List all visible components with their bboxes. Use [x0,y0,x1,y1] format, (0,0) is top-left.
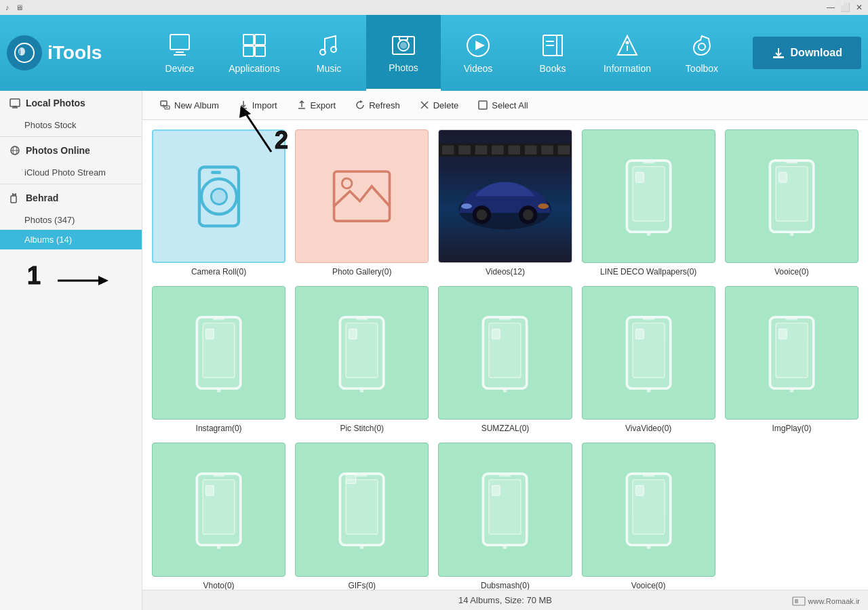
svg-rect-119 [635,486,644,496]
download-button[interactable]: Download [753,37,861,69]
svg-rect-108 [356,475,368,477]
svg-rect-25 [10,99,20,106]
sidebar-photos-stock[interactable]: Photos Stock [0,115,142,135]
album-thumb-photo-gallery [295,129,429,263]
album-label-camera-roll: Camera Roll(0) [191,267,246,277]
sidebar-photos-347[interactable]: Photos (347) [0,210,142,230]
export-button[interactable]: Export [288,96,344,114]
svg-rect-93 [642,319,654,321]
svg-point-60 [477,209,488,220]
sidebar-behrad[interactable]: Behrad [0,186,142,210]
nav-videos[interactable]: Videos [441,15,515,91]
album-thumb-vooice-1 [725,129,859,263]
album-label-sumzzal: SUMZZAL(0) [481,424,530,433]
album-instagram[interactable]: Instagram(0) [152,286,285,433]
maximize-btn[interactable]: ⬜ [840,3,850,12]
svg-rect-42 [479,101,487,109]
refresh-label: Refresh [369,100,400,110]
album-thumb-vooice-2 [582,443,715,576]
album-vivavideo[interactable]: VivaVideo(0) [582,286,715,433]
albums-area: Camera Roll(0) Photo Gallery(0) [142,120,868,590]
sidebar-local-photos[interactable]: Local Photos [0,91,142,115]
nav-toolbox[interactable]: Toolbox [665,15,739,91]
svg-rect-104 [206,486,214,496]
nav-device[interactable]: Device [142,15,217,91]
album-vooice-1[interactable]: Vooice(0) [725,129,859,277]
album-thumb-imgplay [725,286,859,420]
nav-information-label: Information [604,63,651,74]
album-sumzzal[interactable]: SUMZZAL(0) [438,286,572,433]
svg-point-77 [217,388,221,392]
svg-rect-73 [786,161,798,163]
svg-point-62 [523,209,534,220]
album-pic-stitch[interactable]: Pic Stitch(0) [295,286,429,433]
sidebar-albums-14[interactable]: Albums (14) [0,230,142,249]
svg-point-112 [503,546,507,550]
svg-rect-83 [356,319,368,321]
album-vhoto[interactable]: Vhoto(0) [152,443,285,590]
svg-rect-56 [542,145,554,155]
sidebar: Local Photos Photos Stock Photos Online … [0,91,142,610]
svg-rect-84 [349,329,357,340]
svg-point-22 [627,42,629,44]
main: Local Photos Photos Stock Photos Online … [0,91,868,610]
svg-rect-31 [11,196,16,203]
album-camera-roll[interactable]: Camera Roll(0) [152,129,285,277]
album-label-pic-stitch: Pic Stitch(0) [340,424,384,433]
nav-applications-label: Applications [229,63,280,74]
svg-rect-6 [243,35,254,45]
behrad-label: Behrad [26,192,58,203]
nav-information[interactable]: Information [590,15,665,91]
svg-rect-51 [459,145,471,155]
minimize-btn[interactable]: — [827,3,835,12]
svg-point-67 [646,232,650,236]
album-label-imgplay: ImgPlay(0) [772,424,811,433]
nav-items: Device Applications Music [142,15,753,91]
nav-videos-label: Videos [464,63,493,74]
svg-point-92 [646,389,650,393]
album-label-vhoto: Vhoto(0) [203,581,235,590]
status-text: 14 Albums, Size: 70 MB [458,595,552,605]
nav-photos[interactable]: Photos [366,15,441,91]
album-label-vooice-1: Vooice(0) [774,267,809,277]
svg-point-23 [698,43,705,50]
album-label-line-deco: LINE DECO Wallpapers(0) [600,267,696,277]
download-label: Download [791,47,842,59]
sidebar-photos-online[interactable]: Photos Online [0,138,142,163]
nav-music[interactable]: Music [292,15,366,91]
toolbar: New Album Import Export [142,91,868,120]
svg-rect-118 [642,475,654,477]
svg-rect-106 [346,480,378,535]
svg-rect-94 [635,329,644,340]
svg-point-48 [342,178,353,188]
album-line-deco[interactable]: LINE DECO Wallpapers(0) [582,129,715,277]
svg-rect-15 [399,37,408,40]
svg-rect-68 [642,161,654,163]
close-btn[interactable]: ✕ [856,3,863,12]
svg-rect-113 [499,475,511,477]
svg-point-97 [789,388,793,392]
album-thumb-sumzzal [438,286,572,420]
album-gifs[interactable]: GIFs(0) [295,443,429,590]
nav-applications[interactable]: Applications [217,15,292,91]
nav-device-label: Device [165,63,195,74]
album-dubsmash[interactable]: Dubsmash(0) [438,443,572,590]
album-vooice-2[interactable]: Vooice(0) [582,443,715,590]
album-photo-gallery[interactable]: Photo Gallery(0) [295,129,429,277]
svg-rect-52 [475,145,488,155]
import-button[interactable]: Import [230,96,285,114]
new-album-button[interactable]: New Album [152,96,227,114]
album-label-instagram: Instagram(0) [196,424,242,433]
nav-books[interactable]: Books [515,15,590,91]
svg-point-63 [462,203,473,209]
delete-button[interactable]: Delete [411,96,467,114]
nav-toolbox-label: Toolbox [686,63,718,74]
sidebar-icloud[interactable]: iCloud Photo Stream [0,163,142,182]
select-all-button[interactable]: Select All [469,96,536,114]
logo: i iTools [7,35,142,70]
album-videos[interactable]: Videos(12) [438,129,572,277]
album-imgplay[interactable]: ImgPlay(0) [725,286,859,433]
refresh-button[interactable]: Refresh [347,96,408,114]
logo-text: iTools [47,42,102,64]
album-thumb-pic-stitch [295,286,429,420]
